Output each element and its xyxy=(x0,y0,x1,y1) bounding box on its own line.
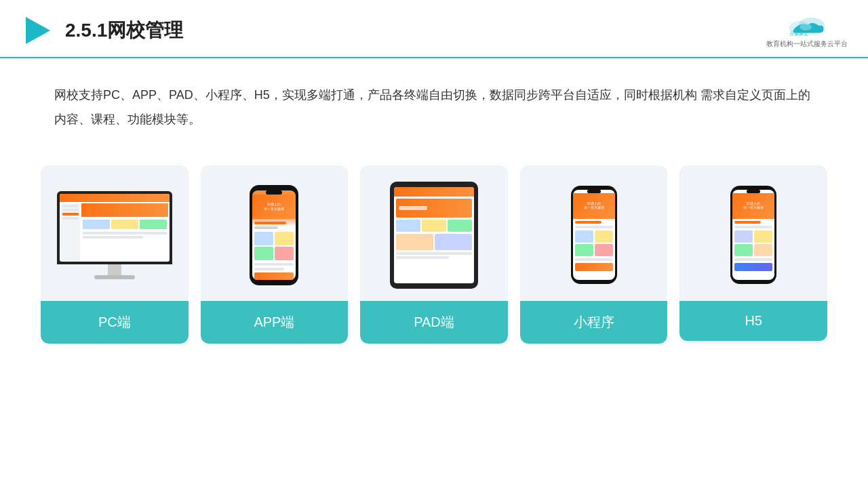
mini-phone-mockup: 职通人的第一堂兴趣课 xyxy=(571,186,617,284)
card-app-label: APP端 xyxy=(201,301,349,344)
card-app-image: 职通人的第一堂兴趣课 xyxy=(201,165,349,301)
card-pad: PAD端 xyxy=(360,165,508,344)
header-left: 2.5.1网校管理 xyxy=(20,14,183,47)
svg-point-3 xyxy=(800,23,812,30)
logo-tagline: 教育机构一站式服务云平台 xyxy=(766,39,848,49)
description-content: 网校支持PC、APP、PAD、小程序、H5，实现多端打通，产品各终端自由切换，数… xyxy=(54,88,810,126)
card-mini-image: 职通人的第一堂兴趣课 xyxy=(520,165,668,301)
cards-container: PC端 职通人的第一堂兴趣课 xyxy=(0,138,868,344)
card-app: 职通人的第一堂兴趣课 xyxy=(201,165,349,344)
page-title: 2.5.1网校管理 xyxy=(65,18,183,43)
play-icon xyxy=(20,14,53,47)
header: 2.5.1网校管理 云朵课堂 教育机构一站式服务云平台 xyxy=(0,0,868,58)
tablet-mockup xyxy=(390,182,478,289)
phone-mockup-app: 职通人的第一堂兴趣课 xyxy=(250,185,298,285)
pc-mockup xyxy=(57,191,172,279)
h5-phone-mockup: 职通人的第一堂兴趣课 xyxy=(730,186,776,284)
description-text: 网校支持PC、APP、PAD、小程序、H5，实现多端打通，产品各终端自由切换，数… xyxy=(0,58,868,131)
card-mini-label: 小程序 xyxy=(520,301,668,344)
logo-area: 云朵课堂 教育机构一站式服务云平台 xyxy=(766,12,848,49)
card-h5-image: 职通人的第一堂兴趣课 xyxy=(679,165,827,301)
card-pc-label: PC端 xyxy=(41,301,189,344)
card-h5: 职通人的第一堂兴趣课 xyxy=(679,165,827,344)
card-h5-label: H5 xyxy=(679,301,827,341)
card-pc-image xyxy=(41,165,189,301)
cloud-logo-icon: 云朵课堂 xyxy=(783,12,831,38)
card-pad-image xyxy=(360,165,508,301)
svg-text:云朵课堂: 云朵课堂 xyxy=(789,31,808,36)
card-pad-label: PAD端 xyxy=(360,301,508,344)
card-mini: 职通人的第一堂兴趣课 xyxy=(520,165,668,344)
card-pc: PC端 xyxy=(41,165,189,344)
svg-marker-0 xyxy=(26,17,50,44)
